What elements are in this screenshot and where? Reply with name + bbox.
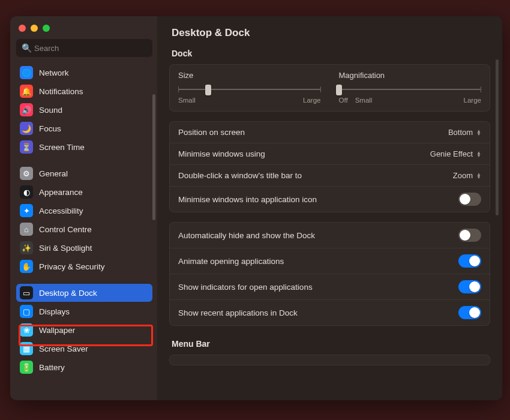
section-dock-label: Dock [169, 45, 490, 64]
sidebar-item-label: Battery [39, 363, 65, 372]
desktop-dock-icon: ▭ [20, 286, 33, 299]
toggle-recent[interactable] [458, 306, 481, 319]
slider-size-max: Large [303, 97, 320, 104]
row-autohide: Automatically hide and show the Dock [170, 223, 490, 248]
sidebar-item-label: Appearance [39, 188, 83, 197]
row-animate: Animate opening applications [170, 248, 490, 274]
battery-icon: 🔋 [20, 361, 33, 374]
chevron-updown-icon: ▲▼ [476, 130, 481, 136]
row-autohide-label: Automatically hide and show the Dock [178, 231, 315, 240]
slider-mag-label: Magnification [339, 71, 482, 80]
sidebar-item-wallpaper[interactable]: ❀Wallpaper [16, 321, 152, 339]
sidebar-item-desktop-dock[interactable]: ▭Desktop & Dock [16, 284, 152, 302]
chevron-updown-icon: ▲▼ [476, 151, 481, 157]
sidebar-item-label: Sound [39, 106, 62, 115]
sidebar-scrollbar[interactable] [152, 94, 155, 220]
sidebar-item-screen-time[interactable]: ⏳Screen Time [16, 138, 152, 156]
sidebar-item-label: Notifications [39, 87, 83, 96]
slider-magnification[interactable]: Magnification Off Small Large [339, 71, 482, 104]
screen-saver-icon: ▦ [20, 342, 33, 355]
main-pane: Desktop & Dock Dock Size Small [157, 16, 502, 400]
minimize-icon[interactable] [31, 25, 38, 32]
general-icon: ⚙ [20, 167, 33, 180]
sidebar-item-label: Network [39, 68, 69, 77]
displays-icon: ▢ [20, 305, 33, 318]
appearance-icon: ◐ [20, 185, 33, 199]
popup-dblclick[interactable]: Zoom ▲▼ [453, 171, 481, 180]
popup-position[interactable]: Bottom ▲▼ [448, 128, 481, 137]
section-menubar-label: Menu Bar [169, 335, 490, 355]
sidebar-item-network[interactable]: 🌐Network [16, 64, 152, 82]
popup-dblclick-value: Zoom [453, 171, 473, 180]
sidebar-item-displays[interactable]: ▢Displays [16, 302, 152, 320]
wallpaper-icon: ❀ [20, 323, 33, 337]
main-scrollbar[interactable] [496, 59, 499, 215]
sidebar-item-focus[interactable]: 🌙Focus [16, 119, 152, 137]
row-animate-label: Animate opening applications [178, 257, 284, 266]
panel-dock-sliders: Size Small Large Magnification [169, 64, 490, 112]
zoom-icon[interactable] [43, 25, 50, 32]
row-minimise-label: Minimise windows using [178, 149, 265, 158]
sidebar-item-label: Focus [39, 124, 61, 133]
panel-dock-behavior: Automatically hide and show the Dock Ani… [169, 222, 490, 326]
sidebar-item-siri-spotlight[interactable]: ✨Siri & Spotlight [16, 239, 152, 257]
sidebar-item-general[interactable]: ⚙General [16, 164, 152, 182]
sidebar-item-accessibility[interactable]: ✦Accessibility [16, 202, 152, 220]
close-icon[interactable] [19, 25, 26, 32]
system-settings-window: 🔍 🌐Network🔔Notifications🔊Sound🌙Focus⏳Scr… [10, 16, 502, 400]
sidebar-item-label: Accessibility [39, 206, 83, 215]
slider-mag-off: Off [339, 97, 348, 104]
focus-icon: 🌙 [20, 122, 33, 135]
sidebar-item-notifications[interactable]: 🔔Notifications [16, 82, 152, 100]
sidebar-item-label: Wallpaper [39, 326, 75, 335]
siri-spotlight-icon: ✨ [20, 241, 33, 254]
sidebar-item-label: Privacy & Security [39, 262, 105, 271]
slider-size-min: Small [178, 97, 196, 104]
chevron-updown-icon: ▲▼ [476, 173, 481, 179]
notifications-icon: 🔔 [20, 85, 33, 98]
toggle-autohide[interactable] [458, 229, 481, 242]
popup-minimise[interactable]: Genie Effect ▲▼ [430, 149, 481, 158]
sidebar-item-screen-saver[interactable]: ▦Screen Saver [16, 340, 152, 358]
sidebar-item-label: Control Centre [39, 225, 92, 234]
sidebar-item-privacy-security[interactable]: ✋Privacy & Security [16, 257, 152, 275]
slider-size-label: Size [178, 71, 321, 80]
row-dblclick-label: Double-click a window's title bar to [178, 171, 302, 180]
row-recent: Show recent applications in Dock [170, 299, 490, 325]
panel-menubar [169, 355, 490, 365]
search-input[interactable] [16, 39, 152, 57]
sidebar-item-label: General [39, 169, 68, 178]
traffic-lights [16, 22, 152, 39]
privacy-security-icon: ✋ [20, 260, 33, 273]
row-dblclick: Double-click a window's title bar to Zoo… [170, 164, 490, 186]
slider-mag-max: Large [464, 97, 481, 104]
row-recent-label: Show recent applications in Dock [178, 308, 298, 317]
sidebar-item-sound[interactable]: 🔊Sound [16, 101, 152, 119]
toggle-animate[interactable] [458, 254, 481, 268]
panel-dock-options: Position on screen Bottom ▲▼ Minimise wi… [169, 121, 490, 212]
sidebar-item-appearance[interactable]: ◐Appearance [16, 183, 152, 201]
network-icon: 🌐 [20, 66, 33, 79]
sidebar-item-control-centre[interactable]: ⌂Control Centre [16, 220, 152, 238]
search-field[interactable]: 🔍 [16, 39, 152, 57]
popup-minimise-value: Genie Effect [430, 149, 473, 158]
slider-size[interactable]: Size Small Large [178, 71, 321, 104]
toggle-min-into-icon[interactable] [458, 193, 481, 206]
sidebar-item-label: Displays [39, 307, 70, 316]
search-icon: 🔍 [22, 43, 32, 53]
slider-size-track[interactable] [178, 83, 321, 95]
main-scroll: Dock Size Small Large [157, 45, 502, 400]
slider-mag-track[interactable] [339, 83, 482, 95]
popup-position-value: Bottom [448, 128, 473, 137]
toggle-indicators[interactable] [458, 280, 481, 293]
row-position-label: Position on screen [178, 128, 245, 137]
row-min-into-icon-label: Minimise windows into application icon [178, 195, 317, 204]
row-indicators-label: Show indicators for open applications [178, 283, 313, 292]
sidebar-item-label: Desktop & Dock [39, 289, 97, 298]
row-minimise: Minimise windows using Genie Effect ▲▼ [170, 143, 490, 164]
sound-icon: 🔊 [20, 103, 33, 116]
slider-mag-min: Small [355, 97, 373, 104]
sidebar-item-battery[interactable]: 🔋Battery [16, 358, 152, 376]
page-title: Desktop & Dock [157, 16, 502, 45]
row-position: Position on screen Bottom ▲▼ [170, 122, 490, 143]
